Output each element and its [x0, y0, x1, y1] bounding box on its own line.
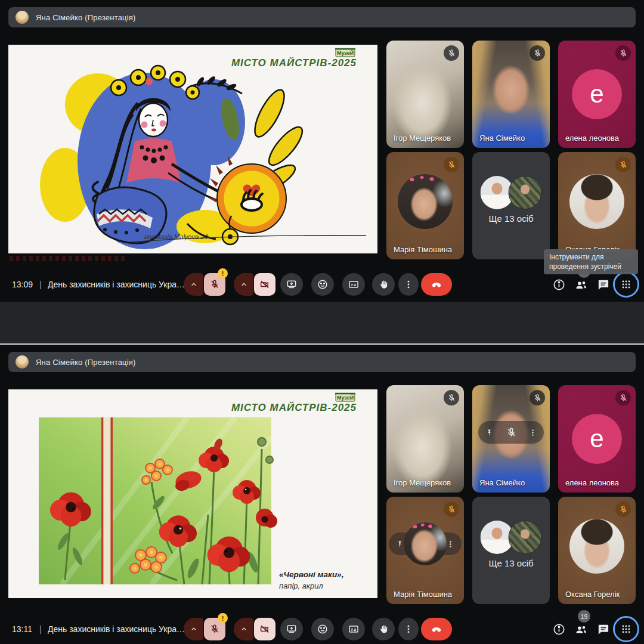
mic-control: !	[184, 618, 225, 640]
svg-text:МузеЙ: МузеЙ	[337, 394, 354, 401]
present-button[interactable]	[280, 618, 303, 640]
camera-off-button[interactable]	[254, 273, 275, 296]
avatar	[398, 174, 453, 229]
end-call-button[interactable]	[421, 618, 452, 640]
participant-grid: Ігор Мещеряков Яна Сімейко e елена леоно…	[386, 41, 636, 259]
participant-grid: Ігор Мещеряков Яна Сімейко e елена леоно…	[386, 385, 636, 604]
more-options-button[interactable]	[398, 273, 419, 296]
meeting-title: День захисників і захисниць України …	[48, 618, 186, 640]
tile-more-people[interactable]: Ще 13 осіб	[472, 497, 550, 604]
tile-more-icon[interactable]	[446, 540, 455, 549]
mic-warning-badge: !	[218, 613, 228, 623]
tile-maria[interactable]: Марія Тімошина	[386, 497, 464, 604]
meet-window-2: Яна Сімейко (Презентація) МузеЙ МІСТО МА…	[0, 345, 644, 644]
participant-name: Оксана Горелік	[565, 590, 620, 599]
pin-icon[interactable]	[485, 428, 494, 437]
tile-yana[interactable]: Яна Сімейко	[472, 385, 550, 493]
meeting-details-button[interactable]	[552, 273, 566, 296]
avatar	[569, 519, 624, 574]
mic-off-icon	[444, 157, 459, 172]
camera-options-chevron[interactable]	[234, 273, 253, 296]
slide-header: МІСТО МАЙСТРІВ-2025	[231, 401, 357, 413]
participant-name: Марія Тімошина	[394, 245, 452, 254]
mic-options-chevron[interactable]	[184, 618, 203, 640]
camera-control	[234, 273, 275, 296]
presenter-label: Яна Сімейко (Презентація)	[36, 13, 136, 22]
slide-header: МІСТО МАЙСТРІВ-2025	[231, 57, 357, 69]
museum-logo: МузеЙ	[335, 49, 355, 57]
artwork-woman-illustration: anastasia Malyova 24	[40, 66, 366, 249]
avatar	[509, 521, 542, 554]
participant-name: Яна Сімейко	[479, 134, 525, 143]
mic-control: !	[184, 273, 225, 296]
avatar	[509, 176, 542, 209]
meeting-tools-button[interactable]	[613, 616, 639, 642]
shared-slide-2: МузеЙ МІСТО МАЙСТРІВ-2025	[8, 389, 377, 598]
mic-off-icon	[615, 501, 631, 517]
mic-off-icon[interactable]	[506, 427, 517, 438]
chat-button[interactable]	[596, 618, 610, 640]
captions-button[interactable]	[342, 273, 365, 296]
reactions-button[interactable]	[311, 618, 334, 640]
mic-off-icon	[615, 45, 631, 61]
participant-count-badge: 19	[578, 610, 590, 623]
meet-window-1: Яна Сімейко (Презентація) МузеЙ МІСТО МА…	[0, 0, 644, 345]
tile-igor[interactable]: Ігор Мещеряков	[386, 41, 464, 148]
presenter-avatar	[16, 11, 29, 24]
participant-name: Ігор Мещеряков	[394, 478, 451, 487]
mic-options-chevron[interactable]	[184, 273, 203, 296]
chat-button[interactable]	[596, 273, 610, 296]
participant-name: Марія Тімошина	[394, 590, 452, 599]
separator: |	[39, 273, 42, 296]
captions-button[interactable]	[342, 618, 365, 640]
end-call-button[interactable]	[421, 273, 452, 296]
camera-options-chevron[interactable]	[234, 618, 253, 640]
caption-title: «Червоні маки»,	[279, 570, 343, 579]
raise-hand-button[interactable]	[372, 618, 395, 640]
tile-igor[interactable]: Ігор Мещеряков	[386, 385, 464, 493]
more-people-label: Ще 13 осіб	[472, 558, 550, 568]
tile-yana[interactable]: Яна Сімейко	[472, 41, 550, 148]
mic-off-icon	[615, 390, 631, 405]
mic-off-icon	[530, 45, 545, 61]
pin-icon[interactable]	[395, 540, 404, 549]
tile-more-icon[interactable]	[528, 428, 537, 437]
grid-apps-icon	[620, 278, 632, 290]
camera-control	[234, 618, 275, 640]
avatar: e	[572, 414, 622, 464]
more-options-button[interactable]	[398, 618, 419, 640]
mic-warning-badge: !	[218, 268, 228, 278]
tile-elena[interactable]: e елена леонова	[558, 41, 636, 148]
tile-elena[interactable]: e елена леонова	[558, 385, 636, 493]
museum-logo: МузеЙ	[335, 394, 355, 401]
stacked-avatars	[481, 176, 542, 209]
presenter-label: Яна Сімейко (Презентація)	[36, 358, 136, 367]
caption-subtitle: папір, акрил	[279, 581, 324, 590]
meeting-tools-button[interactable]	[613, 271, 639, 298]
shared-slide-1: МузеЙ МІСТО МАЙСТРІВ-2025	[8, 45, 377, 253]
mic-off-icon	[615, 157, 631, 172]
grid-apps-icon	[620, 623, 632, 635]
stacked-avatars	[481, 521, 542, 554]
avatar	[569, 174, 624, 229]
tile-oksana[interactable]: Оксана Горелік	[558, 497, 636, 604]
camera-off-button[interactable]	[254, 618, 275, 640]
red-ticker-text	[10, 256, 126, 261]
mic-off-icon	[444, 390, 459, 405]
participant-name: елена леонова	[565, 134, 619, 143]
presenter-bar: Яна Сімейко (Презентація)	[8, 7, 636, 27]
separator: |	[39, 618, 42, 640]
reactions-button[interactable]	[311, 273, 334, 296]
window-gap	[0, 302, 644, 343]
tile-oksana[interactable]: Оксана Горелік	[558, 152, 636, 259]
tile-more-people[interactable]: Ще 13 осіб	[472, 152, 550, 259]
raise-hand-button[interactable]	[372, 273, 395, 296]
meeting-details-button[interactable]	[552, 618, 566, 640]
present-button[interactable]	[280, 273, 303, 296]
tile-maria[interactable]: Марія Тімошина	[386, 152, 464, 259]
meeting-title: День захисників і захисниць України…	[48, 273, 186, 296]
presenter-avatar	[16, 355, 29, 369]
control-bar: 13:11 | День захисників і захисниць Укра…	[0, 618, 644, 640]
more-people-label: Ще 13 осіб	[472, 213, 550, 224]
mic-off-icon	[444, 45, 459, 61]
